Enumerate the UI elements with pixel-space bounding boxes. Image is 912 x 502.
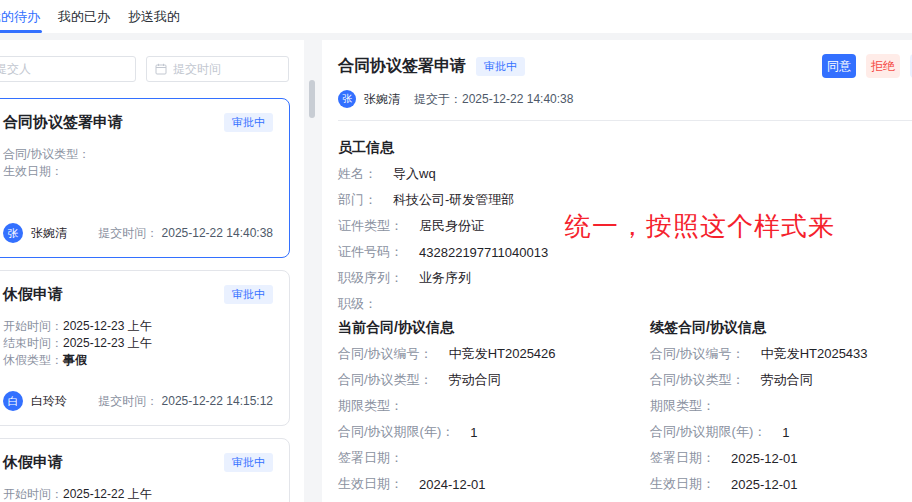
filter-bar	[0, 56, 304, 82]
row-label: 合同/协议编号：	[338, 345, 433, 363]
red-annotation-text: 统一，按照这个样式来	[565, 209, 835, 244]
row-label: 合同/协议期限(年)：	[338, 423, 454, 441]
card-fields: 开始时间：2025-12-22 上午 结束时间：2025-12-22 上午	[3, 486, 273, 502]
card-fields: 开始时间：2025-12-23 上午 结束时间：2025-12-23 上午 休假…	[3, 318, 273, 369]
detail-status-badge: 审批中	[476, 57, 525, 76]
field-label: 休假类型：	[3, 353, 63, 367]
detail-row: 期限类型：	[338, 393, 650, 419]
tab-bar: 我的待办 我的已办 抄送我的	[0, 0, 912, 33]
renewal-contract-section: 续签合同/协议信息 合同/协议编号：中竞发HT2025433 合同/协议类型：劳…	[650, 317, 912, 497]
field-value: 2025-12-22 上午	[63, 487, 152, 501]
row-value: 2025-12-01	[731, 451, 798, 466]
section-title-employee: 员工信息	[338, 139, 912, 155]
status-badge: 审批中	[224, 285, 273, 304]
card-footer: 张 张婉清 提交时间： 2025-12-22 14:40:38	[3, 223, 273, 243]
submit-time-value: 2025-12-22 14:40:38	[162, 226, 273, 240]
card-field: 合同/协议类型：	[3, 146, 273, 163]
row-value: 中竞发HT2025426	[449, 345, 556, 363]
avatar: 张	[3, 223, 23, 243]
approve-button[interactable]: 同意	[822, 54, 856, 78]
status-badge: 审批中	[224, 453, 273, 472]
submit-time-filter[interactable]	[146, 56, 289, 82]
tab-cc-me[interactable]: 抄送我的	[126, 0, 182, 33]
submit-time-filter-input[interactable]	[173, 62, 280, 76]
row-value: 1	[782, 425, 789, 440]
submit-time: 提交时间： 2025-12-22 14:15:12	[98, 393, 273, 410]
field-value: 2025-12-23 上午	[63, 319, 152, 333]
row-label: 签署日期：	[338, 449, 403, 467]
detail-title: 合同协议签署申请	[338, 56, 466, 77]
todo-card-leave-2[interactable]: 休假申请 审批中 开始时间：2025-12-22 上午 结束时间：2025-12…	[0, 438, 290, 502]
field-value: 2025-12-23 上午	[63, 336, 152, 350]
card-field: 开始时间：2025-12-22 上午	[3, 486, 273, 502]
submit-time: 提交时间： 2025-12-22 14:40:38	[98, 225, 273, 242]
current-contract-rows: 合同/协议编号：中竞发HT2025426 合同/协议类型：劳动合同 期限类型： …	[338, 341, 650, 497]
row-label: 生效日期：	[650, 475, 715, 493]
tab-my-done[interactable]: 我的已办	[56, 0, 112, 33]
avatar: 张	[338, 90, 356, 108]
cropped-canvas: 我的待办 我的已办 抄送我的	[0, 0, 912, 502]
section-title-renewal-contract: 续签合同/协议信息	[650, 319, 912, 335]
row-label: 签署日期：	[650, 449, 715, 467]
detail-row: 职级：	[338, 291, 912, 317]
detail-row: 合同/协议期限(年)：1	[650, 419, 912, 445]
section-title-current-contract: 当前合同/协议信息	[338, 319, 650, 335]
field-label: 开始时间：	[3, 319, 63, 333]
submitter-filter[interactable]	[0, 56, 136, 82]
submit-time-value: 2025-12-22 14:40:38	[462, 92, 573, 106]
todo-card-leave-1[interactable]: 休假申请 审批中 开始时间：2025-12-23 上午 结束时间：2025-12…	[0, 270, 290, 426]
action-buttons: 同意 拒绝 转交	[822, 54, 912, 78]
detail-row: 姓名：导入wq	[338, 161, 912, 187]
row-value: 科技公司-研发管理部	[393, 191, 514, 209]
header-divider	[338, 120, 912, 121]
row-label: 姓名：	[338, 165, 377, 183]
row-label: 期限类型：	[650, 397, 715, 415]
field-value: 事假	[63, 353, 87, 367]
card-title: 休假申请	[3, 453, 63, 472]
row-label: 职级：	[338, 295, 377, 313]
detail-row: 职级序列：业务序列	[338, 265, 912, 291]
row-value: 劳动合同	[761, 371, 813, 389]
card-fields: 合同/协议类型： 生效日期：	[3, 146, 273, 180]
card-footer: 白 白玲玲 提交时间： 2025-12-22 14:15:12	[3, 391, 273, 411]
row-value: 2024-12-01	[419, 477, 486, 492]
tab-my-todo[interactable]: 我的待办	[0, 0, 42, 33]
row-label: 合同/协议期限(年)：	[650, 423, 766, 441]
list-scrollbar-thumb[interactable]	[309, 80, 315, 118]
card-field: 结束时间：2025-12-23 上午	[3, 335, 273, 352]
detail-row: 合同/协议编号：中竞发HT2025426	[338, 341, 650, 367]
card-header: 合同协议签署申请 审批中	[3, 113, 273, 132]
avatar: 白	[3, 391, 23, 411]
field-label: 开始时间：	[3, 487, 63, 501]
submitter-name: 张婉清	[31, 225, 67, 242]
row-value: 432822197711040013	[419, 245, 548, 260]
detail-row: 合同/协议类型：劳动合同	[338, 367, 650, 393]
submitter-filter-input[interactable]	[0, 62, 127, 76]
row-value: 导入wq	[393, 165, 436, 183]
submit-time: 提交于：2025-12-22 14:40:38	[414, 91, 573, 108]
row-label: 证件类型：	[338, 217, 403, 235]
todo-list-panel: 合同协议签署申请 审批中 合同/协议类型： 生效日期： 张 张婉清 提交时间： …	[0, 40, 304, 502]
card-header: 休假申请 审批中	[3, 285, 273, 304]
calendar-icon	[155, 63, 167, 75]
submit-time-label: 提交于：	[414, 92, 462, 106]
row-label: 合同/协议类型：	[338, 371, 433, 389]
detail-row: 生效日期：2025-12-01	[650, 471, 912, 497]
row-value: 2025-12-01	[731, 477, 798, 492]
renewal-contract-rows: 合同/协议编号：中竞发HT2025433 合同/协议类型：劳动合同 期限类型： …	[650, 341, 912, 497]
row-label: 部门：	[338, 191, 377, 209]
card-header: 休假申请 审批中	[3, 453, 273, 472]
row-label: 期限类型：	[338, 397, 403, 415]
field-label: 结束时间：	[3, 336, 63, 350]
main-split: 合同协议签署申请 审批中 合同/协议类型： 生效日期： 张 张婉清 提交时间： …	[0, 40, 912, 502]
todo-card-contract-sign[interactable]: 合同协议签署申请 审批中 合同/协议类型： 生效日期： 张 张婉清 提交时间： …	[0, 98, 290, 258]
status-badge: 审批中	[224, 113, 273, 132]
submit-time-value: 2025-12-22 14:15:12	[162, 394, 273, 408]
row-value: 业务序列	[419, 269, 471, 287]
app-window: 我的待办 我的已办 抄送我的	[0, 0, 912, 502]
reject-button[interactable]: 拒绝	[866, 54, 900, 78]
detail-row: 签署日期：2025-12-01	[650, 445, 912, 471]
card-field: 休假类型：事假	[3, 352, 273, 369]
row-label: 合同/协议编号：	[650, 345, 745, 363]
submitter-name: 张婉清	[364, 91, 400, 108]
